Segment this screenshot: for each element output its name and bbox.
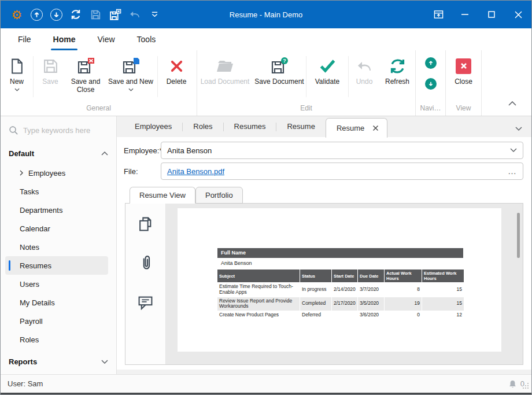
minimize-button[interactable] [452, 1, 478, 28]
bell-icon[interactable] [508, 379, 517, 389]
tasks-grid: Subject Status Start Date Due Date Actua… [217, 270, 463, 319]
resume-table: Full Name Anita Benson Subject Status St… [217, 248, 463, 319]
close-view-button[interactable]: Close [446, 51, 481, 103]
refresh-button[interactable]: Refresh [380, 51, 415, 103]
doc-tab-roles[interactable]: Roles [183, 116, 223, 137]
scrollbar-thumb[interactable] [517, 213, 520, 258]
save-document-label: Save Document [254, 78, 304, 86]
sidebar-search[interactable] [9, 122, 112, 138]
doc-tab-employees[interactable]: Employees [124, 116, 182, 137]
undo-icon[interactable] [125, 5, 144, 24]
save-button[interactable]: Save [34, 51, 67, 103]
sidebar-item-my-details[interactable]: My Details [5, 293, 108, 312]
sidebar-item-departments[interactable]: Departments [5, 201, 108, 219]
save-and-new-button[interactable]: Save and New [104, 51, 157, 103]
navigate-up-icon[interactable] [27, 5, 46, 24]
employee-label: Employee:* [124, 146, 161, 155]
cell-estimated: 15 [422, 297, 464, 311]
save-icon[interactable] [86, 5, 105, 24]
save-and-close-icon[interactable] [106, 5, 124, 24]
save-and-close-button[interactable]: Save and Close [67, 51, 104, 103]
sidebar-item-roles[interactable]: Roles [5, 330, 108, 349]
cell-status: Deferred [300, 311, 331, 319]
save-document-icon: ? [270, 56, 289, 76]
copy-pages-icon[interactable] [138, 216, 153, 232]
record-down-button[interactable] [425, 78, 437, 90]
sidebar-item-notes[interactable]: Notes [5, 238, 108, 256]
comment-icon[interactable] [138, 294, 153, 310]
sidebar-group-reports[interactable]: Reports [9, 353, 108, 370]
col-due-date: Due Date [358, 270, 384, 282]
save-document-button[interactable]: ? Save Document [253, 51, 306, 103]
resize-grip[interactable] [522, 382, 529, 389]
cell-estimated: 12 [422, 311, 464, 319]
ribbon-tab-view[interactable]: View [88, 28, 124, 50]
save-button-label: Save [42, 78, 58, 86]
load-document-button[interactable]: Load Document [197, 51, 253, 103]
sidebar-item-label: Notes [20, 243, 39, 252]
col-start-date: Start Date [332, 270, 357, 282]
navigate-down-icon[interactable] [47, 5, 65, 24]
ribbon-tab-file[interactable]: File [9, 28, 40, 50]
chevron-down-icon[interactable] [510, 148, 517, 153]
file-link[interactable]: Anita Benson.pdf [167, 167, 224, 176]
doc-tab-resume-active[interactable]: Resume [326, 118, 387, 138]
cell-status: In progress [300, 283, 331, 297]
tab-close-icon[interactable] [372, 125, 379, 131]
record-up-button[interactable] [425, 57, 437, 69]
new-button[interactable]: New [1, 51, 33, 103]
ribbon-tab-home[interactable]: Home [44, 28, 85, 50]
dock-window-icon[interactable] [425, 1, 452, 28]
settings-gear-icon[interactable]: ⚙ [8, 5, 26, 24]
maximize-button[interactable] [478, 1, 505, 28]
sidebar-item-resumes[interactable]: Resumes [5, 256, 108, 275]
document-viewer: Full Name Anita Benson Subject Status St… [166, 204, 523, 364]
employee-value: Anita Benson [167, 146, 510, 155]
qat-customize-icon[interactable] [145, 5, 164, 24]
vertical-scrollbar[interactable] [517, 208, 520, 352]
sidebar-group-default[interactable]: Default [9, 145, 108, 161]
sidebar-item-tasks[interactable]: Tasks [5, 182, 108, 201]
full-name-value: Anita Benson [217, 258, 463, 268]
navigation-sidebar: Default Employees Tasks Departments Cale… [1, 116, 117, 374]
file-field[interactable]: Anita Benson.pdf … [161, 163, 523, 180]
viewer-tab-strip: Resume View Portfolio [130, 187, 243, 204]
tab-portfolio[interactable]: Portfolio [195, 187, 243, 204]
group-default-label: Default [9, 149, 34, 158]
refresh-icon[interactable] [66, 5, 85, 24]
content-area: Employees Roles Resumes Resume Resume Em… [117, 116, 531, 374]
ribbon-tab-tools[interactable]: Tools [128, 28, 165, 50]
chevron-down-icon [128, 88, 134, 91]
collapse-ribbon-button[interactable] [508, 99, 516, 108]
sidebar-item-employees[interactable]: Employees [5, 164, 108, 182]
ribbon-group-navigation: Navi… [416, 50, 446, 116]
validate-button[interactable]: Validate [306, 51, 348, 103]
col-subject: Subject [217, 270, 300, 282]
cell-subject: Review Issue Report and Provide Workarou… [217, 297, 300, 311]
sidebar-item-label: Calendar [20, 224, 50, 233]
doc-tab-resume[interactable]: Resume [276, 116, 325, 137]
employee-combobox[interactable]: Anita Benson [161, 142, 523, 159]
tab-list-chevron-icon[interactable] [515, 124, 522, 133]
close-window-button[interactable] [505, 1, 531, 28]
save-icon [42, 56, 59, 76]
delete-button[interactable]: Delete [158, 51, 195, 103]
browse-ellipsis-button[interactable]: … [508, 168, 517, 174]
cell-status: Completed [300, 297, 331, 311]
arrow-up-icon [428, 60, 434, 66]
sidebar-item-label: Payroll [20, 317, 43, 326]
sidebar-item-payroll[interactable]: Payroll [5, 312, 108, 330]
doc-tab-resumes[interactable]: Resumes [224, 116, 276, 137]
undo-button[interactable]: Undo [349, 51, 380, 103]
ribbon: New Save [1, 50, 531, 116]
gear-glyph: ⚙ [12, 9, 23, 21]
search-input[interactable] [23, 126, 104, 135]
undo-arrow-icon [356, 56, 373, 76]
search-icon [9, 125, 19, 135]
tab-resume-view[interactable]: Resume View [130, 187, 195, 204]
ribbon-group-label: View [446, 103, 481, 116]
sidebar-item-calendar[interactable]: Calendar [5, 219, 108, 238]
paperclip-icon[interactable] [139, 255, 153, 271]
sidebar-item-users[interactable]: Users [5, 275, 108, 293]
cell-actual: 8 [385, 283, 422, 297]
